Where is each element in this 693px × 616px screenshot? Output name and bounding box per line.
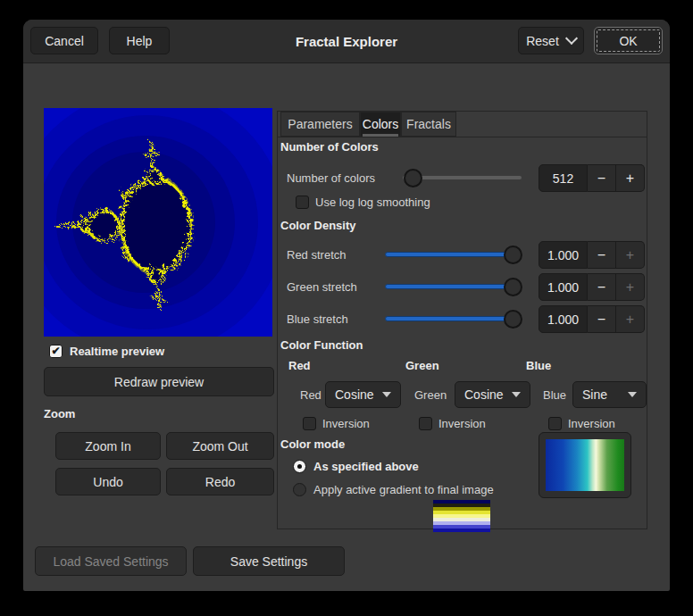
number-of-colors-decrement-button[interactable]: − (588, 164, 616, 192)
tabstrip-divider (278, 137, 647, 137)
apply-gradient-radio[interactable] (293, 483, 306, 496)
red-inversion-row: Inversion (303, 417, 370, 430)
red-stretch-increment-button[interactable]: + (616, 241, 645, 269)
redraw-preview-label: Redraw preview (114, 375, 204, 389)
green-function-select[interactable]: Cosine (455, 381, 530, 408)
log-smoothing-label: Use log log smoothing (315, 196, 430, 209)
color-mode-heading: Color mode (280, 437, 345, 451)
red-stretch-decrement-button[interactable]: − (588, 241, 616, 269)
log-smoothing-checkbox[interactable] (296, 196, 309, 209)
dropdown-caret-icon (512, 392, 521, 397)
blue-stretch-slider-handle[interactable] (504, 310, 522, 329)
green-stretch-slider-handle[interactable] (504, 278, 522, 296)
number-of-colors-increment-button[interactable]: + (616, 164, 645, 192)
number-of-colors-slider-handle[interactable] (404, 169, 422, 187)
log-smoothing-row: Use log log smoothing (296, 196, 430, 209)
red-column-heading: Red (288, 359, 311, 372)
realtime-preview-checkbox[interactable]: ✔ (49, 345, 63, 358)
realtime-preview-label: Realtime preview (70, 345, 164, 358)
green-stretch-slider-fill (385, 284, 513, 289)
realtime-preview-row: ✔ Realtime preview (49, 345, 164, 358)
red-inversion-checkbox[interactable] (303, 417, 316, 430)
color-function-heading: Color Function (280, 338, 363, 352)
colormap-preview (433, 500, 490, 532)
check-icon: ✔ (51, 345, 60, 357)
green-inversion-checkbox[interactable] (419, 417, 432, 430)
redo-label: Redo (205, 475, 235, 489)
dropdown-caret-icon (382, 392, 391, 397)
zoom-section-heading: Zoom (44, 407, 75, 420)
red-function-select[interactable]: Cosine (325, 381, 401, 408)
blue-function-label: Blue (543, 388, 566, 402)
tab-colors-label: Colors (363, 117, 398, 131)
tab-parameters-label: Parameters (288, 117, 352, 131)
blue-stretch-increment-button[interactable]: + (616, 305, 645, 333)
as-specified-label: As specified above (313, 460, 419, 473)
green-stretch-increment-button[interactable]: + (616, 273, 645, 301)
tab-colors[interactable]: Colors (360, 112, 401, 137)
gradient-select-button[interactable] (539, 432, 631, 498)
red-stretch-label: Red stretch (287, 248, 346, 262)
red-stretch-slider-fill (385, 252, 513, 257)
number-of-colors-value[interactable]: 512 (539, 164, 588, 192)
dropdown-caret-icon (628, 392, 637, 397)
green-function-label: Green (414, 388, 447, 402)
plus-icon: + (626, 171, 634, 187)
gradient-preview (546, 439, 624, 491)
number-of-colors-spin: 512 − + (539, 164, 645, 192)
fractal-preview-image (44, 108, 272, 337)
zoom-out-button[interactable]: Zoom Out (166, 432, 274, 460)
blue-inversion-checkbox[interactable] (548, 417, 562, 430)
red-stretch-value[interactable]: 1.000 (539, 241, 588, 269)
load-saved-settings-button[interactable]: Load Saved Settings (35, 546, 187, 576)
fractal-preview[interactable] (44, 108, 272, 337)
cancel-button[interactable]: Cancel (30, 27, 98, 54)
tab-fractals-label: Fractals (406, 117, 451, 131)
as-specified-radio[interactable] (293, 460, 306, 473)
blue-stretch-label: Blue stretch (287, 312, 348, 326)
ok-button[interactable]: OK (594, 27, 663, 54)
load-saved-settings-label: Load Saved Settings (53, 554, 168, 569)
active-tab-indicator (363, 134, 398, 137)
red-stretch-spin: 1.000 − + (539, 241, 645, 269)
blue-function-select[interactable]: Sine (572, 381, 647, 408)
fractal-explorer-dialog: Cancel Help Fractal Explorer Reset OK (23, 20, 670, 591)
reset-button-label: Reset (526, 34, 559, 48)
red-stretch-slider-handle[interactable] (504, 246, 522, 264)
ok-button-label: OK (619, 34, 637, 48)
minus-icon: − (597, 279, 605, 296)
blue-stretch-decrement-button[interactable]: − (588, 305, 616, 333)
number-of-colors-label: Number of colors (287, 171, 375, 185)
color-mode-option1-row: As specified above (293, 460, 419, 473)
number-of-colors-heading: Number of Colors (280, 140, 379, 154)
undo-button[interactable]: Undo (55, 468, 161, 495)
blue-stretch-value[interactable]: 1.000 (539, 305, 588, 333)
tab-fractals[interactable]: Fractals (401, 112, 456, 137)
red-function-value: Cosine (335, 387, 374, 402)
minus-icon: − (597, 247, 605, 263)
screen: Cancel Help Fractal Explorer Reset OK (0, 0, 693, 616)
green-column-heading: Green (405, 359, 439, 372)
tab-parameters[interactable]: Parameters (280, 112, 360, 137)
help-button[interactable]: Help (109, 27, 170, 54)
save-settings-button[interactable]: Save Settings (193, 546, 345, 576)
green-stretch-decrement-button[interactable]: − (588, 273, 616, 301)
green-function-value: Cosine (464, 387, 504, 402)
green-inversion-row: Inversion (419, 417, 486, 430)
save-settings-label: Save Settings (230, 554, 307, 569)
green-inversion-label: Inversion (438, 417, 486, 430)
reset-button[interactable]: Reset (518, 27, 584, 54)
help-button-label: Help (127, 34, 153, 48)
redraw-preview-button[interactable]: Redraw preview (44, 367, 274, 396)
redo-button[interactable]: Redo (166, 468, 274, 495)
cancel-button-label: Cancel (45, 34, 84, 48)
chevron-down-icon (565, 32, 578, 45)
plus-icon: + (626, 279, 634, 296)
zoom-in-button[interactable]: Zoom In (55, 432, 161, 460)
apply-gradient-label: Apply active gradient to final image (313, 483, 494, 496)
undo-label: Undo (93, 475, 122, 489)
green-stretch-label: Green stretch (287, 280, 357, 294)
color-density-heading: Color Density (280, 219, 356, 232)
green-stretch-spin: 1.000 − + (539, 273, 645, 301)
green-stretch-value[interactable]: 1.000 (539, 273, 588, 301)
